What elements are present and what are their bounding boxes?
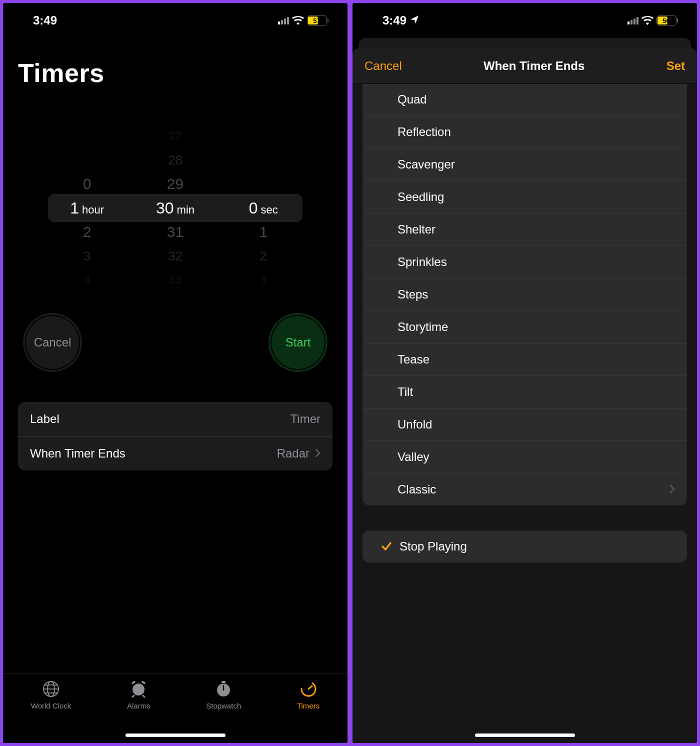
wheel-value: 0sec xyxy=(249,196,278,220)
sound-label: Seedling xyxy=(398,190,444,204)
svg-rect-11 xyxy=(222,681,226,683)
sound-label: Unfold xyxy=(398,418,432,432)
when-timer-ends-row[interactable]: When Timer Ends Radar xyxy=(18,436,332,470)
label-row-title: Label xyxy=(30,412,60,426)
tab-label: Stopwatch xyxy=(206,702,241,710)
wheel-value: 33 xyxy=(169,268,181,292)
wheel-value: 30min xyxy=(156,196,194,220)
sound-list: QuadReflectionScavengerSeedlingShelterSp… xyxy=(362,84,687,506)
stop-playing-row[interactable]: Stop Playing xyxy=(362,530,687,562)
sound-row[interactable]: Seedling xyxy=(362,180,687,213)
location-icon xyxy=(410,14,420,28)
svg-point-5 xyxy=(132,684,144,696)
wheel-value: 27 xyxy=(169,124,181,148)
sound-row[interactable]: Quad xyxy=(362,84,687,116)
battery-icon: 56 xyxy=(656,16,678,26)
checkmark-icon xyxy=(376,540,398,552)
sound-row[interactable]: Unfold xyxy=(362,408,687,440)
status-time: 3:49 xyxy=(33,14,57,28)
wheel-value: 2 xyxy=(260,244,267,268)
sound-row[interactable]: Shelter xyxy=(362,213,687,246)
sound-label: Scavenger xyxy=(398,158,455,172)
duration-picker[interactable]: 01hour234 27282930min313233 0sec123 xyxy=(3,113,348,303)
wifi-icon xyxy=(642,16,654,25)
timers-screen: 3:49 57 Timers xyxy=(3,3,348,743)
svg-line-9 xyxy=(143,696,144,697)
sound-row[interactable]: Tilt xyxy=(362,376,687,408)
sound-label: Tease xyxy=(398,352,430,366)
label-row[interactable]: Label Timer xyxy=(18,402,332,436)
home-indicator[interactable] xyxy=(126,734,226,737)
sound-row[interactable]: Tease xyxy=(362,343,687,376)
svg-rect-6 xyxy=(132,680,136,684)
wheel-value: 0 xyxy=(83,172,92,196)
ends-row-value: Radar xyxy=(277,446,310,460)
cancel-button[interactable]: Cancel xyxy=(23,313,82,372)
sound-label: Reflection xyxy=(398,125,451,139)
sheet-backdrop xyxy=(358,38,691,48)
sound-label: Steps xyxy=(398,288,428,302)
chevron-right-icon xyxy=(314,446,320,460)
sound-label: Storytime xyxy=(398,320,448,334)
page-title: Timers xyxy=(3,38,348,93)
battery-icon: 57 xyxy=(307,16,329,26)
seconds-wheel[interactable]: 0sec123 xyxy=(220,113,308,303)
tab-label: Timers xyxy=(297,702,320,710)
sound-row[interactable]: Steps xyxy=(362,278,687,310)
wheel-value: 1hour xyxy=(70,196,104,220)
label-row-value: Timer xyxy=(290,412,320,426)
tab-world-clock[interactable]: World Clock xyxy=(31,680,72,710)
wheel-value: 4 xyxy=(84,268,90,292)
wheel-value: 3 xyxy=(260,268,266,292)
wifi-icon xyxy=(292,16,304,25)
tab-label: World Clock xyxy=(31,702,72,710)
home-indicator[interactable] xyxy=(475,734,575,737)
sound-row[interactable]: Sprinkles xyxy=(362,246,687,278)
sound-row[interactable]: Scavenger xyxy=(362,148,687,180)
sound-label: Shelter xyxy=(398,222,436,236)
svg-rect-7 xyxy=(142,680,146,684)
tab-timers[interactable]: Timers xyxy=(297,680,320,710)
cellular-icon xyxy=(628,16,638,24)
ends-row-title: When Timer Ends xyxy=(30,446,126,460)
tab-alarms[interactable]: Alarms xyxy=(127,680,150,710)
tab-bar: World Clock Alarms Stopwatch Timers xyxy=(3,673,348,743)
set-button[interactable]: Set xyxy=(666,59,685,73)
tab-label: Alarms xyxy=(127,702,150,710)
sound-row[interactable]: Valley xyxy=(362,440,687,473)
sheet-title: When Timer Ends xyxy=(484,59,584,73)
sound-label: Valley xyxy=(398,450,430,464)
sound-picker-sheet: Cancel When Timer Ends Set QuadReflectio… xyxy=(352,48,697,743)
svg-line-14 xyxy=(308,686,312,689)
sound-picker-screen: 3:49 56 xyxy=(352,3,697,743)
stop-playing-group: Stop Playing xyxy=(362,530,687,562)
wheel-value: 2 xyxy=(83,220,92,244)
wheel-value: 1 xyxy=(259,220,268,244)
stop-playing-label: Stop Playing xyxy=(400,540,467,554)
minutes-wheel[interactable]: 27282930min313233 xyxy=(131,113,219,303)
tab-stopwatch[interactable]: Stopwatch xyxy=(206,680,241,710)
cancel-button[interactable]: Cancel xyxy=(364,59,402,73)
cellular-icon xyxy=(278,16,289,24)
sound-row[interactable]: Classic xyxy=(362,473,687,506)
status-bar: 3:49 56 xyxy=(352,3,697,38)
wheel-value: 28 xyxy=(168,148,182,172)
wheel-value: 29 xyxy=(167,172,184,196)
wheel-value: 31 xyxy=(167,220,184,244)
sound-label: Quad xyxy=(398,92,427,106)
start-button[interactable]: Start xyxy=(268,313,328,372)
sound-label: Tilt xyxy=(398,385,413,399)
timer-settings-card: Label Timer When Timer Ends Radar xyxy=(18,402,332,470)
sound-row[interactable]: Reflection xyxy=(362,116,687,148)
sound-label: Classic xyxy=(398,482,436,496)
status-time: 3:49 xyxy=(382,14,406,28)
sound-label: Sprinkles xyxy=(398,255,447,269)
hours-wheel[interactable]: 01hour234 xyxy=(43,113,131,303)
wheel-value: 3 xyxy=(84,244,90,268)
status-bar: 3:49 57 xyxy=(3,3,348,38)
wheel-value: 32 xyxy=(168,244,182,268)
sheet-header: Cancel When Timer Ends Set xyxy=(352,48,697,84)
chevron-right-icon xyxy=(669,482,675,496)
sound-row[interactable]: Storytime xyxy=(362,310,687,343)
svg-line-8 xyxy=(132,696,134,697)
